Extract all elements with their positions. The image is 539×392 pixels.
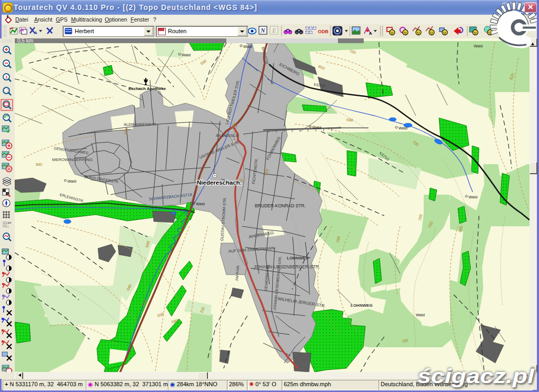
svg-text:ALEMANNENSTR.: ALEMANNENSTR.: [124, 122, 157, 127]
svg-text:MEROWINGERRING: MEROWINGERRING: [52, 157, 93, 162]
svg-text:698: 698: [346, 117, 353, 123]
svg-text:ab: ab: [8, 221, 12, 224]
svg-text:Wald: Wald: [398, 126, 407, 130]
svg-text:IM GÄSSLE: IM GÄSSLE: [216, 133, 238, 138]
svg-text:Wald: Wald: [312, 125, 321, 130]
svg-text:LOHNWEG: LOHNWEG: [351, 303, 373, 308]
svg-text:660: 660: [36, 162, 43, 167]
svg-text:Wald: Wald: [416, 313, 425, 317]
svg-text:ODB: ODB: [318, 29, 329, 34]
svg-text:Wald: Wald: [182, 53, 191, 57]
svg-text:A: A: [34, 31, 37, 35]
svg-text:Wald: Wald: [67, 179, 76, 184]
svg-text:Wald: Wald: [468, 195, 477, 199]
svg-text:Niedereschach.: Niedereschach.: [197, 179, 242, 186]
svg-text:Wald: Wald: [196, 202, 205, 206]
svg-text:A: A: [369, 31, 372, 36]
svg-text:LOHNWEG: LOHNWEG: [287, 256, 309, 260]
svg-text:JOHANN-LIESENBERGER-STR.: JOHANN-LIESENBERGER-STR.: [254, 264, 320, 269]
svg-text:0,5 km: 0,5 km: [17, 38, 33, 44]
svg-text:N: N: [260, 27, 266, 34]
svg-text:Wald: Wald: [243, 44, 252, 49]
svg-text:Eschach Apotheke: Eschach Apotheke: [128, 86, 166, 91]
svg-text:E: E: [272, 27, 276, 34]
svg-text:BRUDER-KONRAD STR.: BRUDER-KONRAD STR.: [255, 203, 306, 208]
svg-text:1: 1: [5, 75, 8, 79]
